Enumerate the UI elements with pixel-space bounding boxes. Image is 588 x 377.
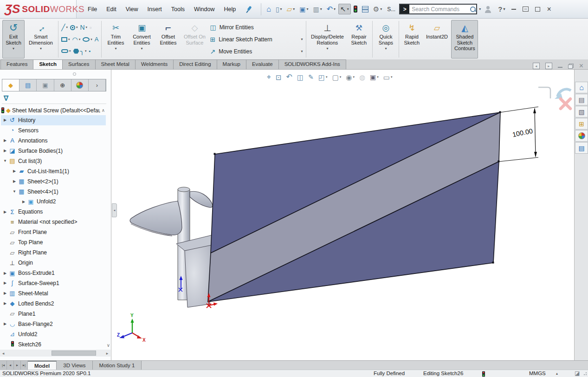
search-dropdown-caret[interactable]: ▾ [479, 7, 481, 11]
panel-collapse-handle[interactable]: ◂ [112, 203, 117, 217]
spline-tool-button[interactable]: N▾ [79, 23, 89, 32]
tree-item-plane1[interactable]: ▱Plane1 [1, 309, 106, 319]
dropdown-caret-icon[interactable]: ▾ [280, 7, 282, 11]
tab-motion-study-1[interactable]: Motion Study 1 [93, 361, 142, 370]
units-caret-icon[interactable]: ▴ [556, 371, 558, 376]
doc-minimize-button[interactable] [558, 63, 562, 69]
lofted-panel-body[interactable] [208, 112, 500, 302]
units-selector[interactable]: MMGS [529, 370, 546, 376]
close-button[interactable]: × [547, 6, 551, 12]
open-button[interactable]: ▱▾ [285, 4, 297, 14]
expand-tabs-arrow[interactable]: › [89, 79, 106, 91]
dropdown-caret-icon[interactable]: ▾ [69, 49, 71, 53]
ellipse-tool-button[interactable]: ▾ [82, 36, 94, 43]
rapid-sketch-button[interactable]: ↯ Rapid Sketch [401, 20, 422, 58]
rebuild-stoplight-button[interactable] [352, 4, 359, 14]
menu-file[interactable]: File [83, 4, 102, 15]
scroll-left-button[interactable]: ◂ [0, 351, 6, 356]
expander-right-icon[interactable]: ▶ [2, 281, 8, 285]
next-window-button[interactable]: ▸ [545, 63, 552, 69]
scroll-right-button[interactable]: ▸ [104, 351, 110, 356]
tab-evaluate[interactable]: Evaluate [246, 59, 279, 69]
filter-funnel-icon[interactable]: ∇ [4, 94, 8, 103]
quick-snaps-button[interactable]: ◎ Quick Snaps▾ [375, 20, 397, 58]
tab-surfaces[interactable]: Surfaces [62, 59, 95, 69]
dimension-100[interactable]: 100.00 [499, 107, 538, 162]
rectangle-tool-button[interactable]: ▾ [61, 36, 72, 43]
tree-item-cut-list-3[interactable]: ▼▤Cut list(3) [1, 156, 106, 166]
tree-item-annotations[interactable]: ▶AAnnotations [1, 136, 106, 146]
tree-item-sensors[interactable]: ◔Sensors [1, 125, 106, 136]
tree-item-unfold2[interactable]: ⊿Unfold2 [1, 329, 106, 339]
solidworks-resources-button[interactable]: ▤ [575, 94, 588, 105]
tree-item-equations[interactable]: ▶ΣEquations [1, 207, 106, 217]
tag-icon[interactable]: ◪ [575, 370, 580, 376]
menu-window[interactable]: Window [189, 4, 219, 15]
dropdown-caret-icon[interactable]: ▾ [79, 38, 81, 41]
dropdown-caret-icon[interactable]: ▾ [66, 26, 68, 29]
shaded-sketch-contours-button[interactable]: ◭ Shaded Sketch Contours [451, 20, 478, 58]
dropdown-caret-icon[interactable]: ▾ [380, 7, 382, 11]
scrollbar-thumb[interactable] [52, 351, 96, 356]
dropdown-caret-icon[interactable]: ▾ [86, 26, 88, 29]
instant2d-button[interactable]: ▱ Instant2D [423, 20, 450, 58]
tree-item-right-plane[interactable]: ▱Right Plane [1, 247, 106, 258]
tree-item-sheet-2-1[interactable]: ▶▦Sheet<2>(1) [1, 176, 106, 187]
slot-tool-button[interactable]: ▾ [61, 48, 73, 54]
resize-grip[interactable] [583, 372, 587, 376]
expander-right-icon[interactable]: ▶ [2, 271, 8, 275]
tab-markup[interactable]: Markup [217, 59, 246, 69]
tree-item-front-plane[interactable]: ▱Front Plane [1, 227, 106, 237]
tree-item-lofted-bends2[interactable]: ▶◆Lofted Bends2 [1, 299, 106, 309]
dropdown-caret-icon[interactable]: ▾ [68, 38, 70, 41]
dropdown-caret-icon[interactable]: ▾ [85, 49, 87, 53]
resize-button[interactable] [523, 6, 529, 12]
expander-right-icon[interactable]: ▶ [11, 169, 18, 173]
user-account-icon[interactable] [484, 6, 491, 13]
featuremanager-design-tree-tab[interactable]: ◆ [2, 79, 19, 91]
dropdown-caret-icon[interactable]: ▾ [293, 7, 295, 11]
expander-right-icon[interactable]: ▶ [20, 200, 27, 204]
expander-right-icon[interactable]: ▶ [2, 301, 8, 306]
overflow-menu[interactable]: S... [387, 6, 395, 13]
tree-item-sheet-metal[interactable]: ▶▥Sheet-Metal [1, 288, 106, 299]
tree-item-unfold2[interactable]: ▶▣Unfold2 [1, 197, 106, 207]
task-pane-list-button[interactable] [360, 4, 370, 14]
maximize-button[interactable] [535, 7, 540, 12]
propertymanager-tab[interactable]: ▤ [19, 79, 37, 91]
panel-pushpin-icon[interactable] [73, 72, 76, 76]
tab-sketch[interactable]: Sketch [33, 59, 63, 69]
tree-root-item[interactable]: ◆ Sheet Metal Screw (Default<<Default ∧ [1, 105, 106, 115]
display-delete-relations-button[interactable]: ⊥ Display/Delete Relations▾ [308, 20, 346, 58]
prev-tab-button[interactable]: ◂ [7, 361, 14, 370]
print-button[interactable]: ▥▾ [311, 4, 323, 14]
tab-sheet-metal[interactable]: Sheet Metal [95, 59, 136, 69]
model-3d-view[interactable]: 100.00 Y Z X [117, 70, 574, 360]
design-library-button[interactable]: ▧ [575, 106, 588, 117]
tree-item-material-not-specified[interactable]: ≡Material <not specified> [1, 217, 106, 227]
scroll-down-arrow[interactable]: ∨ [107, 343, 110, 348]
options-gear-button[interactable]: ⚙▾ [371, 4, 384, 14]
menu-tools[interactable]: Tools [167, 4, 189, 15]
polygon-tool-button[interactable] [73, 48, 80, 55]
mirror-entities-button[interactable]: ◫Mirror Entities [208, 21, 304, 33]
search-box[interactable]: > [399, 4, 477, 14]
expander-right-icon[interactable]: ▶ [2, 291, 8, 295]
linear-sketch-pattern-button[interactable]: ⊞Linear Sketch Pattern▾ [208, 33, 304, 46]
tab-model[interactable]: Model [28, 361, 57, 370]
home-button[interactable]: ⌂ [265, 4, 273, 15]
tab-direct-editing[interactable]: Direct Editing [173, 59, 217, 69]
tree-item-history[interactable]: ▶↺History [1, 115, 106, 125]
last-tab-button[interactable]: ▸| [21, 361, 28, 370]
expander-right-icon[interactable]: ▶ [2, 210, 8, 214]
expander-down-icon[interactable]: ▼ [11, 189, 18, 194]
expander-right-icon[interactable]: ▶ [11, 179, 18, 183]
point-tool-button[interactable]: ▪ [88, 48, 91, 55]
smart-dimension-button[interactable]: ↔ Smart Dimension▾ [26, 20, 56, 58]
menu-insert[interactable]: Insert [143, 4, 167, 15]
scroll-up-arrow[interactable]: ∧ [102, 108, 105, 113]
cancel-sketch-icon[interactable] [561, 99, 570, 109]
tab-solidworks-add-ins[interactable]: SOLIDWORKS Add-Ins [278, 59, 346, 69]
dimxpertmanager-tab[interactable]: ⊕ [54, 79, 71, 91]
tree-item-sheet-4-1[interactable]: ▼▦Sheet<4>(1) [1, 187, 106, 197]
